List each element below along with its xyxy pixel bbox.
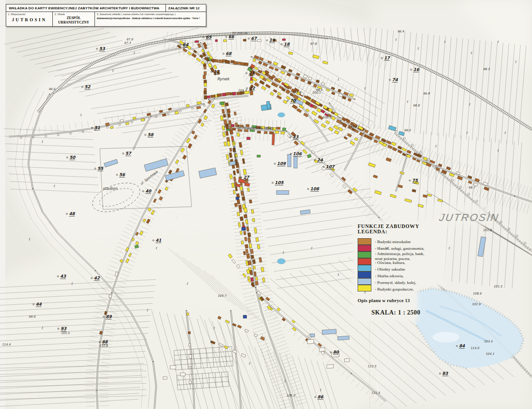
map-label: 106 bbox=[293, 151, 302, 156]
map-label: 93 bbox=[60, 326, 67, 331]
map-label: 108.9 bbox=[473, 292, 481, 295]
map-label: 89 bbox=[106, 314, 112, 319]
map-label: 42 bbox=[94, 275, 100, 280]
map-canvas: 5352515850575556404841424344938988646566… bbox=[0, 0, 532, 409]
map-label: 104.1 bbox=[485, 352, 494, 356]
map-label: stadion bbox=[102, 186, 117, 191]
map-label: 57 bbox=[125, 151, 132, 156]
legend-swatch bbox=[358, 258, 371, 265]
header-title: WKŁADKA DO KARTY EWIDENCYJNEJ ZABYTKÓW A… bbox=[6, 4, 166, 12]
map-label: 112.5 bbox=[367, 365, 376, 368]
map-label: 98.4 bbox=[315, 88, 323, 92]
map-page: 5352515850575556404841424344938988646566… bbox=[0, 0, 532, 409]
map-label: 101.5 bbox=[493, 285, 502, 288]
map-label: 40 bbox=[145, 189, 152, 193]
map-label: 88 bbox=[102, 339, 108, 344]
header-field-content: 3. Zawartość wkładki ( nazwa obiektu lub… bbox=[95, 12, 206, 26]
legend-swatch bbox=[358, 252, 371, 258]
map-label: 96.8 bbox=[423, 92, 430, 95]
map-label: 53 bbox=[99, 46, 106, 51]
map-label: 102.9 bbox=[472, 303, 481, 306]
legend-item-label: - Oświata, kultura, bbox=[375, 260, 405, 265]
map-label: 98.3 bbox=[483, 67, 490, 71]
map-label: 22 bbox=[249, 86, 256, 90]
town-name-label: JUTROSIN bbox=[438, 212, 500, 224]
map-label: 74 bbox=[392, 77, 398, 82]
legend-note: Opis planu w rubryce 13 bbox=[358, 298, 446, 303]
map-label: 12 bbox=[213, 69, 220, 74]
map-label: 23 bbox=[292, 134, 299, 139]
map-label: 80 bbox=[333, 350, 339, 354]
map-label: 104.7 bbox=[217, 294, 226, 298]
legend-swatch bbox=[358, 238, 371, 245]
map-label: ul. Powstańców Wlkp. bbox=[237, 126, 273, 130]
map-label: 110.8 bbox=[99, 344, 108, 348]
map-label: 41 bbox=[155, 238, 162, 243]
map-label: 105.3 bbox=[286, 394, 295, 397]
map-label: 50 bbox=[69, 155, 76, 160]
map-label: 16 bbox=[413, 67, 420, 72]
map-label: 96.4 bbox=[397, 30, 404, 33]
map-label: 48 bbox=[69, 211, 75, 216]
legend-title-2: LEGENDA: bbox=[358, 229, 446, 234]
legend-item-label: - Budynki gospodarcze, bbox=[375, 287, 414, 292]
field1-label: 1. Miejscowość bbox=[8, 13, 51, 16]
field3-value: dokumentacja kartograficzna - funkcje za… bbox=[97, 17, 204, 20]
legend-item-label: - Budynki mieszkalne bbox=[375, 240, 411, 244]
map-label: 18 bbox=[284, 42, 290, 47]
map-label: 52 bbox=[84, 84, 91, 89]
map-label: 101.2 bbox=[348, 125, 357, 129]
map-label: 43 bbox=[60, 274, 67, 279]
map-label: 109 bbox=[277, 161, 286, 166]
legend-swatch bbox=[358, 245, 371, 252]
map-label: 68 bbox=[225, 51, 232, 56]
map-label: 114.0 bbox=[470, 346, 479, 350]
map-label: 105.5 bbox=[61, 331, 70, 335]
map-label: 97.8 bbox=[310, 42, 317, 46]
map-label: 84 bbox=[459, 343, 465, 348]
map-label: 101.8 bbox=[483, 228, 492, 232]
field3-label: 3. Zawartość wkładki ( nazwa obiektu lub… bbox=[97, 13, 204, 16]
record-card-header: WKŁADKA DO KARTY EWIDENCYJNEJ ZABYTKÓW A… bbox=[6, 4, 206, 27]
map-label: 97.9 bbox=[126, 38, 133, 41]
header-field-locality: 1. Miejscowość JUTROSIN bbox=[6, 12, 53, 26]
map-label: 55 bbox=[97, 166, 104, 171]
map-label: 21 bbox=[248, 71, 255, 75]
legend-swatch bbox=[358, 265, 371, 271]
map-label: 100.0 bbox=[323, 116, 331, 119]
map-label: 96.6 bbox=[48, 87, 55, 91]
map-label: 72 Orle 46 bbox=[232, 31, 248, 35]
map-label: 98.8 bbox=[413, 104, 420, 107]
legend-swatch bbox=[358, 271, 371, 278]
map-label: 107 bbox=[326, 164, 335, 169]
header-attachment: ZAŁĄCZNIK NR 12 bbox=[166, 4, 206, 12]
legend-item-label: - Służba zdrowia, bbox=[375, 274, 404, 279]
map-label: 103.4 bbox=[484, 340, 493, 343]
map-label: 83 bbox=[442, 371, 449, 376]
legend-item-label: - Przemysł, składy, kolej, bbox=[375, 280, 416, 285]
map-label: 19 bbox=[269, 38, 276, 43]
map-label: 105 bbox=[275, 180, 284, 185]
map-label: 97.3 bbox=[124, 41, 131, 45]
header-field-object: 2. Obiekt ZESPÓŁ URBANISTYCZNY bbox=[53, 12, 95, 26]
field1-value: JUTROSIN bbox=[8, 17, 51, 22]
map-label: 24 bbox=[317, 157, 323, 162]
map-label: 51 bbox=[94, 125, 100, 130]
map-label: Rynek bbox=[217, 77, 230, 81]
field2-value: ZESPÓŁ URBANISTYCZNY bbox=[55, 16, 93, 25]
legend-title-1: FUNKCJE ZABUDOWY bbox=[358, 224, 446, 229]
map-label: 114.4 bbox=[2, 343, 11, 346]
legend-item-label: - Obiekty sakralne bbox=[375, 267, 405, 272]
map-label: 86 bbox=[317, 394, 324, 399]
map-label: 27 bbox=[243, 175, 250, 180]
map-label: 17 bbox=[384, 55, 390, 60]
map-label: 70 bbox=[290, 98, 296, 103]
legend-item-label: - Administracja, policja, bank,straż poż… bbox=[375, 252, 424, 261]
map-label: 101.4 bbox=[292, 90, 301, 94]
map-label: 75 bbox=[412, 178, 418, 183]
map-label: 56 bbox=[119, 172, 126, 177]
map-label: 44 bbox=[35, 302, 42, 307]
map-label: 58 bbox=[147, 132, 154, 137]
scale-label: SKALA: 1 : 2500 bbox=[371, 309, 421, 316]
map-label: 99.7 bbox=[468, 186, 475, 189]
